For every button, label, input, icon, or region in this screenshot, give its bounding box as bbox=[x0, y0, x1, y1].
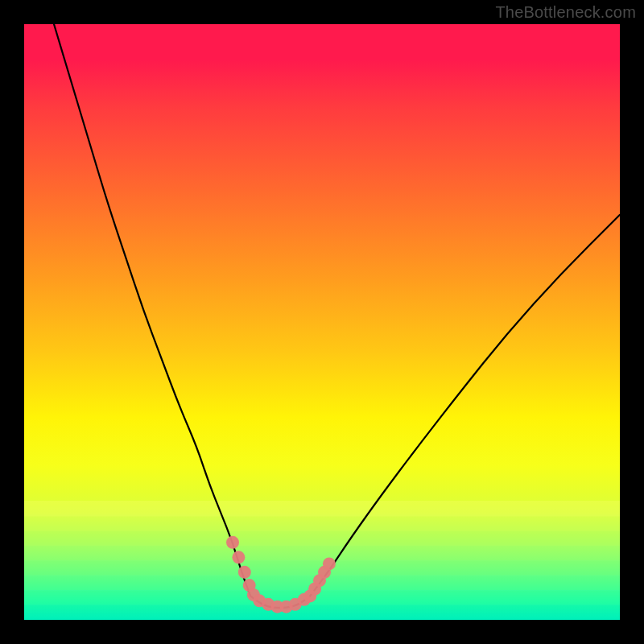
chart-frame: TheBottleneck.com bbox=[0, 0, 644, 644]
gradient-band bbox=[24, 501, 620, 516]
curve-layer bbox=[24, 24, 620, 620]
marker-point bbox=[226, 536, 239, 549]
gradient-band bbox=[24, 605, 620, 621]
gradient-band bbox=[24, 516, 620, 531]
gradient-band bbox=[24, 546, 620, 561]
gradient-bands bbox=[24, 501, 620, 620]
marker-point bbox=[323, 557, 336, 570]
marker-point bbox=[238, 566, 251, 579]
marker-point bbox=[232, 551, 245, 564]
gradient-band bbox=[24, 530, 620, 546]
watermark-text: TheBottleneck.com bbox=[495, 3, 636, 22]
gradient-band bbox=[24, 590, 620, 605]
plot-area bbox=[24, 24, 620, 620]
